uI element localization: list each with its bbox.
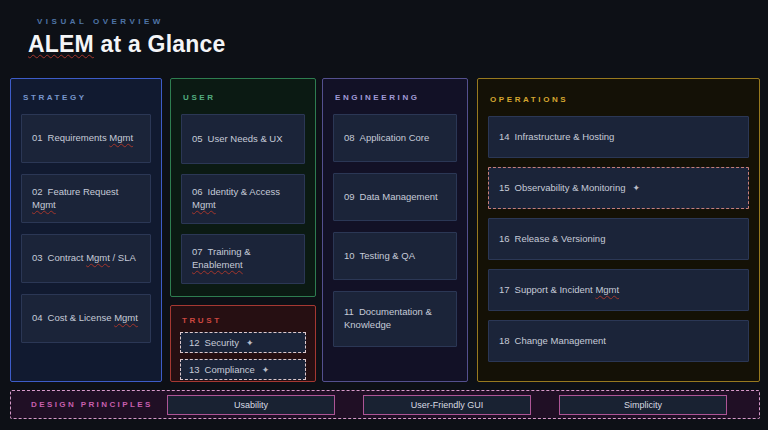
module-card-02: 02Feature Request Mgmt [21,174,151,223]
sparkle-icon: ✦ [246,338,254,348]
operations-label: OPERATIONS [490,95,749,104]
module-card-03: 03Contract Mgmt / SLA [21,234,151,283]
eyebrow-label: VISUAL OVERVIEW [37,17,164,26]
engineering-panel: ENGINEERING 08Application Core 09Data Ma… [322,78,468,382]
module-title: 06Identity & Access Mgmt [192,186,296,212]
page-title-word: ALEM [28,31,94,57]
module-card-17: 17Support & Incident Mgmt [488,269,749,311]
module-card-04: 04Cost & License Mgmt [21,294,151,343]
user-trust-column: USER 05User Needs & UX 06Identity & Acce… [170,78,316,382]
trust-panel: TRUST 12Security✦ 13Compliance✦ [170,305,316,382]
module-card-18: 18Change Management [488,320,749,362]
module-card-15: 15Observability & Monitoring✦ [488,167,749,209]
module-card-10: 10Testing & QA [333,232,457,280]
operations-panel: OPERATIONS 14Infrastructure & Hosting 15… [477,78,760,382]
module-card-07: 07Training & Enablement [181,234,305,284]
module-card-11: 11Documentation & Knowledge [333,291,457,347]
module-card-05: 05User Needs & UX [181,114,305,164]
sparkle-icon: ✦ [262,365,270,375]
module-title: 18Change Management [499,335,606,348]
principle-pill-simplicity: Simplicity [559,395,727,415]
module-card-09: 09Data Management [333,173,457,221]
engineering-label: ENGINEERING [335,93,457,102]
design-principles-label: DESIGN PRINCIPLES [11,400,153,409]
module-title: 08Application Core [344,132,429,145]
design-principles-bar: DESIGN PRINCIPLES Usability User-Friendl… [10,390,760,419]
module-title: 16Release & Versioning [499,233,605,246]
module-title: 05User Needs & UX [192,133,283,146]
module-card-06: 06Identity & Access Mgmt [181,174,305,224]
module-card-14: 14Infrastructure & Hosting [488,116,749,158]
module-title: 04Cost & License Mgmt [32,312,138,325]
principle-pill-usability: Usability [167,395,335,415]
principle-pill-group: Usability User-Friendly GUI Simplicity [167,395,727,415]
module-title: 02Feature Request Mgmt [32,186,142,212]
module-title: 07Training & Enablement [192,246,296,272]
module-title: 14Infrastructure & Hosting [499,131,614,144]
trust-label: TRUST [182,316,306,325]
module-title: 11Documentation & Knowledge [344,306,448,332]
module-card-12: 12Security✦ [180,332,306,353]
module-title: 12Security [189,337,239,348]
principle-pill-user-friendly-gui: User-Friendly GUI [363,395,531,415]
module-title: 10Testing & QA [344,250,415,263]
strategy-panel: STRATEGY 01Requirements Mgmt 02Feature R… [10,78,162,382]
strategy-label: STRATEGY [23,93,151,102]
module-title: 01Requirements Mgmt [32,132,133,145]
module-title: 17Support & Incident Mgmt [499,284,619,297]
module-card-01: 01Requirements Mgmt [21,114,151,163]
module-card-13: 13Compliance✦ [180,359,306,380]
module-card-16: 16Release & Versioning [488,218,749,260]
module-title: 09Data Management [344,191,438,204]
overview-board: STRATEGY 01Requirements Mgmt 02Feature R… [10,78,760,382]
user-label: USER [183,93,305,102]
module-title: 03Contract Mgmt / SLA [32,252,136,265]
user-panel: USER 05User Needs & UX 06Identity & Acce… [170,78,316,297]
module-title: 13Compliance [189,364,255,375]
module-card-08: 08Application Core [333,114,457,162]
sparkle-icon: ✦ [632,182,640,194]
page-title-rest: at a Glance [94,31,226,57]
module-title: 15Observability & Monitoring [499,182,625,195]
page-title: ALEM at a Glance [28,31,226,58]
